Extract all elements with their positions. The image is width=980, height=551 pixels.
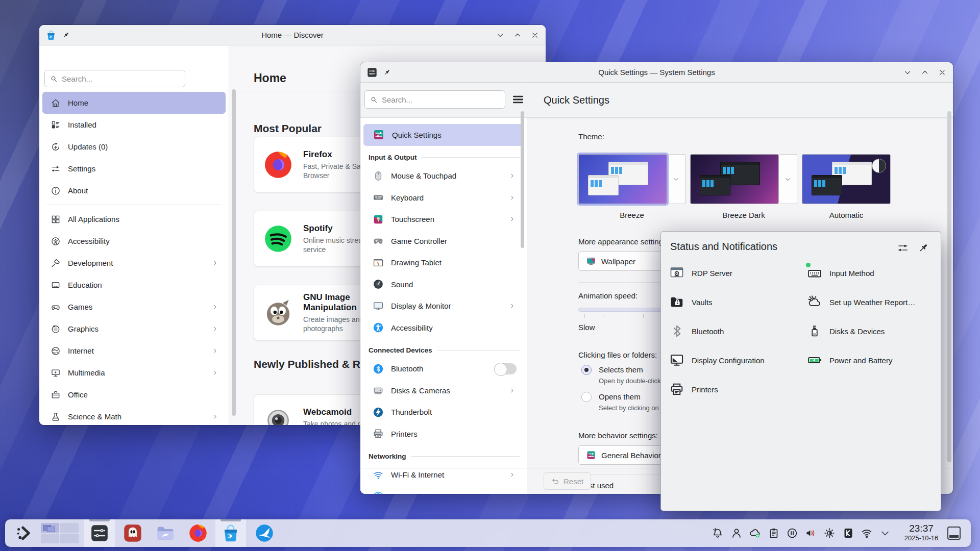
notifications-icon[interactable] [712,527,724,539]
settings-search-input[interactable]: Search... [364,90,505,109]
bluetooth-toggle[interactable] [494,363,517,374]
tray-expand-icon[interactable] [879,527,891,539]
sidebar-item-online-accounts[interactable]: Online Accounts [363,486,524,494]
at-circle-icon [373,491,384,494]
active-indicator-dot [806,263,811,267]
sidebar-item-touchscreen[interactable]: Touchscreen [363,209,524,231]
sidebar-item-sound[interactable]: Sound [363,273,524,295]
tray-entry-set-up-weather-report-[interactable]: Set up Weather Report… [807,290,940,314]
sidebar-item-accessibility[interactable]: Accessibility [363,317,524,339]
pin-icon[interactable] [917,242,929,254]
sidebar-item-printers[interactable]: Printers [363,423,524,445]
show-desktop-button[interactable] [947,527,961,540]
tray-entry-rdp-server[interactable]: RDP Server [669,261,802,285]
sidebar-item-disks-cameras[interactable]: Disks & Cameras [363,380,524,402]
firefox-task[interactable] [185,519,211,547]
volume-icon[interactable] [804,527,817,539]
sidebar-item-mouse-touchpad[interactable]: Mouse & Touchpad [363,165,524,187]
maximize-button[interactable] [513,31,522,40]
sidebar-item-settings[interactable]: Settings [42,158,226,180]
system-settings-task[interactable] [84,519,115,547]
theme-variant-dropdown[interactable] [667,154,685,204]
sidebar-item-updates-0-[interactable]: Updates (0) [42,136,226,158]
desktop-cell-1[interactable] [41,523,59,533]
user-switcher-icon[interactable] [730,527,743,539]
desktop-cell-4[interactable] [60,534,79,543]
wifi-icon[interactable] [861,527,873,539]
tray-entry-input-method[interactable]: Input Method [807,261,940,285]
menu-hamburger-icon[interactable] [511,93,525,106]
radio-opens-them[interactable] [581,392,592,402]
sidebar-item-thunderbolt[interactable]: Thunderbolt [363,402,524,423]
tray-entry-vaults[interactable]: Vaults [669,290,802,314]
sidebar-item-wi-fi-internet[interactable]: Wi-Fi & Internet [363,464,524,486]
minimize-button[interactable] [903,68,912,77]
theme-preview[interactable] [690,154,779,204]
category-label: Science & Math [68,412,121,421]
sidebar-item-game-controller[interactable]: Game Controller [363,230,524,252]
brightness-icon[interactable] [823,527,836,539]
minimize-button[interactable] [496,31,505,40]
category-item-all-applications[interactable]: All Applications [42,208,226,230]
category-item-office[interactable]: Office [42,384,226,406]
category-item-development[interactable]: Development [42,252,226,274]
sidebar-item-home[interactable]: Home [42,92,226,114]
tray-entry-disks-devices[interactable]: Disks & Devices [807,319,940,343]
tray-entry-bluetooth[interactable]: Bluetooth [669,319,802,343]
radio-selects-them[interactable] [581,365,592,375]
sidebar-item-installed[interactable]: Installed [42,114,226,136]
category-item-multimedia[interactable]: Multimedia [42,362,226,384]
discover-search-input[interactable]: Search... [44,70,185,87]
category-item-games[interactable]: Games [42,296,226,318]
virtual-desktop-pager[interactable] [39,519,81,547]
settings-sidebar-scrollbar[interactable] [521,111,524,248]
sidebar-item-bluetooth[interactable]: Bluetooth [363,358,524,380]
discover-task[interactable] [215,519,246,547]
category-item-internet[interactable]: Internet [42,340,226,362]
category-item-accessibility[interactable]: Accessibility [42,230,226,252]
theme-option-breeze[interactable] [578,154,685,204]
vault-icon [669,294,684,310]
search-placeholder: Search... [382,95,412,104]
theme-preview[interactable] [578,154,667,204]
close-button[interactable] [530,31,540,40]
falkon-task[interactable] [251,519,278,547]
theme-option-breeze-dark[interactable] [690,154,797,204]
dolphin-task[interactable] [152,519,179,547]
tray-entry-display-configuration[interactable]: Display Configuration [669,348,802,372]
desktop-cell-2[interactable] [60,523,79,533]
clipboard-icon[interactable] [768,527,780,539]
theme-preview[interactable] [802,154,891,204]
settings-titlebar[interactable]: Quick Settings — System Settings [360,62,953,83]
category-item-graphics[interactable]: Graphics [42,318,226,340]
theme-option-automatic[interactable] [802,154,891,204]
sidebar-item-quick-settings[interactable]: Quick Settings [363,124,524,146]
sidebar-item-drawing-tablet[interactable]: Drawing Tablet [363,252,524,274]
clock[interactable]: 23:37 2025-10-16 [899,523,943,542]
kate-icon[interactable] [842,527,854,539]
pager-grid[interactable] [41,523,79,543]
tray-entry-power-and-battery[interactable]: Power and Battery [807,348,940,372]
desktop-cell-3[interactable] [41,534,59,543]
ghostwriter-task[interactable] [119,519,146,547]
app-launcher[interactable] [12,519,37,547]
theme-variant-dropdown[interactable] [779,154,797,204]
discover-scrollbar[interactable] [232,89,236,416]
category-item-education[interactable]: Education [42,274,226,296]
configure-icon[interactable] [897,242,909,254]
maximize-button[interactable] [920,68,929,77]
close-button[interactable] [938,68,947,77]
sidebar-item-keyboard[interactable]: Keyboard [363,187,524,209]
bluetooth-blue-icon [373,363,384,374]
media-pause-icon[interactable] [786,527,798,539]
settings-scrollbar[interactable] [947,111,951,462]
category-item-science-math[interactable]: Science & Math [42,406,226,425]
sidebar-item-display-monitor[interactable]: Display & Monitor [363,295,524,317]
cloud-sync-icon[interactable] [749,527,761,539]
reset-button[interactable]: Reset [544,472,591,490]
tray-entry-label: Printers [692,385,718,394]
discover-titlebar[interactable]: Home — Discover [39,25,546,45]
sidebar-item-label: Mouse & Touchpad [391,171,456,180]
tray-entry-printers[interactable]: Printers [669,378,802,401]
sidebar-item-about[interactable]: About [42,180,226,202]
